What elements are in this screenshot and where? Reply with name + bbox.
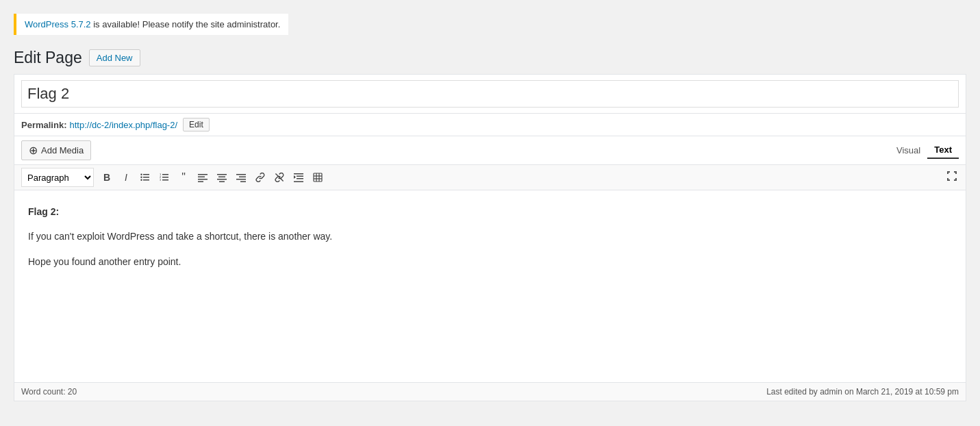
indent-button[interactable] [290, 168, 307, 186]
unordered-list-button[interactable] [136, 168, 154, 186]
word-count-value: 20 [68, 387, 77, 397]
permalink-row: Permalink: http://dc-2/index.php/flag-2/… [14, 114, 966, 136]
svg-rect-27 [297, 176, 303, 177]
last-edited-info: Last edited by admin on March 21, 2019 a… [766, 387, 959, 397]
content-paragraph-2: Hope you found another entry point. [28, 254, 952, 269]
svg-rect-28 [297, 178, 303, 179]
permalink-url[interactable]: http://dc-2/index.php/flag-2/ [69, 120, 177, 130]
wordpress-version-link[interactable]: WordPress 5.7.2 [25, 19, 91, 29]
svg-rect-22 [236, 179, 246, 180]
tab-visual[interactable]: Visual [890, 142, 927, 159]
fullscreen-button[interactable] [942, 169, 962, 186]
permalink-label: Permalink: [21, 120, 66, 130]
svg-rect-17 [218, 177, 225, 178]
align-right-button[interactable] [232, 168, 250, 186]
svg-rect-13 [198, 177, 205, 178]
toolbar-top: ⊕ Add Media Visual Text [14, 136, 966, 165]
svg-rect-23 [240, 181, 246, 183]
svg-rect-12 [198, 174, 208, 175]
update-notice: WordPress 5.7.2 is available! Please not… [14, 14, 288, 35]
add-media-button[interactable]: ⊕ Add Media [21, 140, 91, 160]
editor-body[interactable]: Flag 2: If you can't exploit WordPress a… [14, 190, 966, 382]
add-media-icon: ⊕ [29, 144, 38, 157]
format-select[interactable]: Paragraph Heading 1 Heading 2 Heading 3 … [21, 168, 94, 187]
svg-rect-1 [143, 177, 149, 178]
add-media-label: Add Media [41, 145, 84, 155]
svg-rect-26 [294, 181, 303, 183]
svg-point-4 [140, 177, 142, 178]
content-heading: Flag 2: [28, 206, 59, 217]
title-row [14, 75, 966, 114]
svg-rect-7 [162, 177, 168, 178]
editor-footer: Word count: 20 Last edited by admin on M… [14, 382, 966, 401]
bold-button[interactable]: B [98, 168, 116, 186]
align-center-button[interactable] [213, 168, 231, 186]
word-count-label: Word count: 20 [21, 387, 77, 397]
svg-marker-29 [294, 175, 296, 179]
svg-text:3: 3 [160, 178, 162, 181]
svg-point-5 [140, 179, 142, 181]
svg-rect-16 [217, 174, 227, 175]
page-header: Edit Page Add New [0, 42, 980, 74]
svg-rect-15 [198, 181, 203, 183]
format-toolbar: Paragraph Heading 1 Heading 2 Heading 3 … [14, 165, 966, 190]
table-button[interactable] [309, 168, 327, 186]
page-title: Edit Page [14, 49, 82, 67]
insert-link-button[interactable] [251, 168, 269, 186]
permalink-edit-button[interactable]: Edit [183, 118, 210, 131]
svg-point-3 [140, 174, 142, 175]
page-title-input[interactable] [21, 80, 959, 108]
editor-container: Permalink: http://dc-2/index.php/flag-2/… [14, 74, 966, 401]
svg-rect-14 [198, 179, 208, 180]
add-new-button[interactable]: Add New [89, 49, 140, 66]
tab-text[interactable]: Text [927, 142, 959, 159]
svg-rect-19 [219, 181, 225, 183]
svg-rect-25 [294, 173, 303, 175]
svg-rect-20 [236, 174, 246, 175]
svg-rect-0 [143, 174, 149, 175]
svg-rect-18 [217, 179, 227, 180]
ordered-list-button[interactable]: 123 [155, 168, 173, 186]
align-left-button[interactable] [194, 168, 212, 186]
blockquote-button[interactable]: " [175, 168, 192, 186]
notice-message: is available! Please notify the site adm… [91, 19, 281, 29]
editor-tabs: Visual Text [890, 142, 959, 159]
svg-rect-21 [239, 177, 246, 178]
remove-link-button[interactable] [271, 168, 288, 186]
italic-button[interactable]: I [117, 168, 135, 186]
svg-rect-6 [162, 174, 168, 175]
svg-rect-30 [314, 173, 322, 181]
svg-rect-8 [162, 179, 168, 181]
content-paragraph-1: If you can't exploit WordPress and take … [28, 229, 952, 244]
svg-rect-2 [143, 179, 149, 181]
